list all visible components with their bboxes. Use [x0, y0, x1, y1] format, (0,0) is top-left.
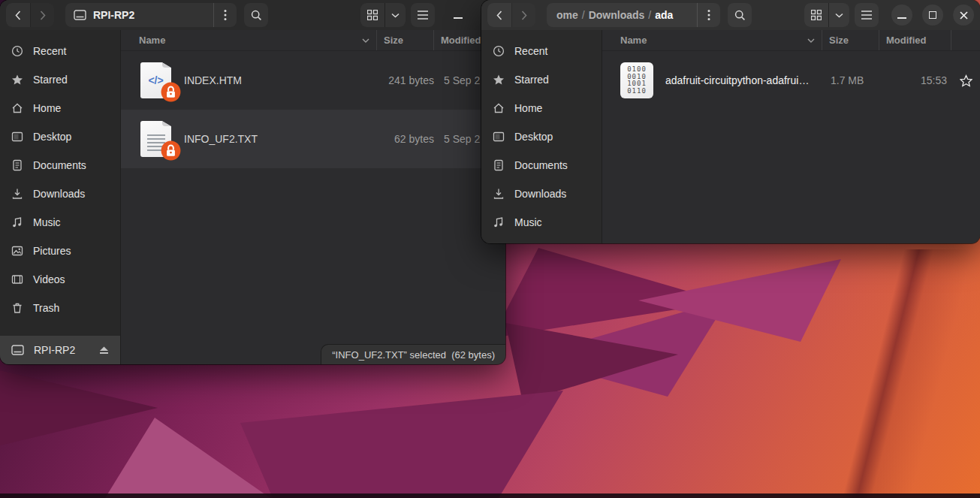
location-menu-button[interactable]	[214, 3, 237, 27]
main-menu-button[interactable]	[855, 3, 879, 27]
back-button[interactable]	[487, 3, 511, 27]
lock-emblem-icon	[161, 82, 181, 102]
sidebar-item-label: Music	[33, 216, 61, 228]
sidebar-item-documents[interactable]: Documents	[0, 151, 120, 180]
files-window-downloads-ada: ome/Downloads/ada	[481, 0, 980, 243]
sidebar-item-label: Recent	[514, 45, 547, 57]
file-row-adafruit-uf2[interactable]: 0100 0010 1001 0110 adafruit-circuitpyth…	[602, 51, 980, 110]
minimize-button[interactable]	[891, 5, 912, 26]
star-icon	[493, 74, 505, 86]
files-window-rpi-rp2: RPI-RP2 Re	[0, 0, 505, 364]
chevron-right-icon	[40, 11, 46, 20]
sidebar-item-recent[interactable]: Recent	[481, 37, 602, 65]
grid-view-button[interactable]	[804, 3, 828, 27]
sidebar-item-pictures[interactable]: Pictures	[0, 237, 120, 265]
column-name[interactable]: Name	[121, 30, 376, 50]
sidebar-item-documents[interactable]: Documents	[481, 151, 602, 180]
column-size[interactable]: Size	[377, 30, 433, 50]
sidebar-item-music[interactable]: Music	[481, 208, 602, 237]
sidebar-item-videos[interactable]: Videos	[0, 265, 120, 294]
search-icon	[734, 10, 746, 21]
sidebar-item-label: RPI-RP2	[34, 344, 75, 356]
sidebar-item-downloads[interactable]: Downloads	[0, 180, 120, 208]
sidebar-item-label: Documents	[514, 159, 568, 171]
document-icon	[493, 159, 505, 171]
minimize-icon	[897, 17, 906, 19]
wallpaper-shape	[240, 391, 563, 498]
grid-view-icon	[811, 10, 822, 20]
sidebar-item-starred[interactable]: Starred	[0, 65, 120, 94]
column-name[interactable]: Name	[602, 30, 822, 50]
desktop-icon	[493, 131, 505, 143]
maximize-button[interactable]	[922, 5, 943, 26]
column-modified-label: Modified	[886, 35, 926, 46]
sidebar-item-label: Videos	[33, 273, 65, 285]
sidebar-item-desktop[interactable]: Desktop	[481, 122, 602, 151]
sidebar-item-music[interactable]: Music	[0, 208, 120, 237]
music-icon	[493, 216, 505, 228]
back-button[interactable]	[6, 3, 30, 27]
breadcrumb-separator: /	[578, 9, 589, 21]
sidebar-item-home[interactable]: Home	[0, 94, 120, 122]
sidebar-item-label: Downloads	[33, 188, 85, 200]
column-header-row: Name Size Modified	[121, 30, 505, 51]
column-name-label: Name	[620, 35, 647, 46]
sidebar-item-home[interactable]: Home	[481, 94, 602, 122]
forward-button[interactable]	[30, 3, 54, 27]
star-toggle[interactable]	[951, 74, 980, 87]
sidebar-item-label: Recent	[33, 45, 66, 57]
view-options-button[interactable]	[828, 3, 849, 27]
sidebar-spacer	[0, 322, 120, 336]
search-button[interactable]	[244, 3, 268, 27]
file-row-info-uf2-txt[interactable]: INFO_UF2.TXT 62 bytes 5 Sep 2	[121, 110, 505, 168]
search-button[interactable]	[728, 3, 752, 27]
sidebar-item-downloads[interactable]: Downloads	[481, 180, 602, 208]
drive-icon	[11, 345, 24, 355]
sidebar-item-rpi-rp2[interactable]: RPI-RP2	[0, 336, 120, 364]
sidebar-item-desktop[interactable]: Desktop	[0, 122, 120, 151]
sidebar-item-recent[interactable]: Recent	[0, 37, 120, 65]
file-name: adafruit-circuitpython-adafrui…	[665, 74, 831, 86]
sidebar-item-label: Home	[514, 102, 542, 114]
file-row-index-htm[interactable]: </> INDEX.HTM 241 bytes 5 Sep 2	[121, 51, 505, 110]
search-icon	[251, 10, 262, 21]
grid-view-button[interactable]	[360, 3, 384, 27]
location-menu-button[interactable]	[698, 3, 720, 27]
column-header-row: Name Size Modified	[602, 30, 980, 51]
sidebar-item-starred[interactable]: Starred	[481, 65, 602, 94]
sidebar-item-label: Pictures	[33, 245, 71, 257]
wallpaper-shape	[0, 370, 158, 445]
view-options-button[interactable]	[384, 3, 406, 27]
eject-icon[interactable]	[99, 346, 109, 355]
column-modified[interactable]: Modified	[879, 30, 951, 50]
breadcrumb-separator: /	[644, 9, 655, 21]
close-icon	[960, 11, 968, 20]
main-menu-button[interactable]	[411, 3, 435, 27]
desktop-icon	[11, 131, 23, 143]
file-name: INDEX.HTM	[184, 74, 384, 86]
file-size: 62 bytes	[384, 133, 434, 145]
column-size-label: Size	[829, 35, 849, 46]
breadcrumb-downloads[interactable]: Downloads	[589, 9, 645, 21]
column-size[interactable]: Size	[822, 30, 879, 50]
file-size: 241 bytes	[384, 74, 434, 86]
breadcrumb-home[interactable]: ome	[556, 9, 578, 21]
forward-button[interactable]	[511, 3, 535, 27]
sidebar: Recent Starred Home Desktop Documents Do…	[0, 30, 120, 364]
file-size: 1.7 MB	[831, 74, 880, 86]
sidebar-item-trash[interactable]: Trash	[0, 294, 120, 322]
download-icon	[493, 188, 505, 200]
minimize-button[interactable]	[448, 5, 469, 26]
close-button[interactable]	[953, 5, 974, 26]
nav-button-group	[6, 3, 54, 27]
file-pane: Name Size Modified 0100 0010 1001	[602, 30, 980, 243]
view-toggle-group	[360, 3, 406, 27]
download-icon	[11, 188, 23, 200]
sidebar-item-label: Documents	[33, 159, 86, 171]
location-button[interactable]: RPI-RP2	[65, 3, 237, 27]
recent-icon	[493, 45, 505, 57]
file-name: INFO_UF2.TXT	[184, 133, 384, 145]
sidebar-item-label: Trash	[33, 302, 59, 314]
breadcrumb-current[interactable]: ada	[655, 9, 673, 21]
path-bar[interactable]: ome/Downloads/ada	[547, 3, 720, 27]
